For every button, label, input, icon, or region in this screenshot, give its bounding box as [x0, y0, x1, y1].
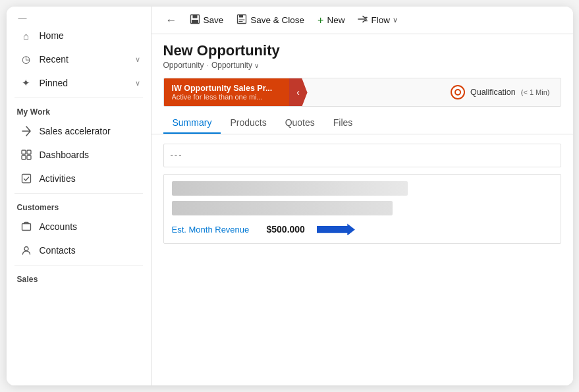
recent-icon: ◷ [20, 53, 33, 66]
dashboards-icon [20, 148, 33, 161]
process-stage-area: Qualification (< 1 Min) [308, 85, 561, 99]
sidebar-divider-2 [14, 193, 143, 194]
save-close-label: Save & Close [250, 15, 304, 25]
sidebar-item-recent[interactable]: ◷ Recent ∨ [9, 48, 148, 70]
tab-products-label: Products [230, 117, 266, 128]
save-icon [190, 14, 200, 26]
sidebar-item-pinned[interactable]: ✦ Pinned ∨ [9, 72, 148, 94]
process-stage-inner [455, 89, 461, 96]
sidebar-item-contacts[interactable]: Contacts [9, 239, 148, 262]
sidebar-label-pinned: Pinned [40, 78, 135, 88]
sidebar-item-accounts[interactable]: Accounts [9, 215, 148, 238]
app-container: — ⌂ Home ◷ Recent ∨ ✦ Pinned ∨ My Work S… [7, 7, 573, 385]
breadcrumb-label-2: Opportunity [211, 61, 252, 70]
sidebar-item-dashboards[interactable]: Dashboards [9, 144, 148, 166]
sidebar: — ⌂ Home ◷ Recent ∨ ✦ Pinned ∨ My Work S… [7, 7, 152, 385]
process-active-sub: Active for less than one mi... [172, 93, 277, 101]
svg-rect-0 [22, 150, 26, 154]
sidebar-label-recent: Recent [40, 54, 135, 65]
revenue-arrow-icon [317, 223, 355, 235]
activities-icon [20, 172, 33, 185]
tab-products[interactable]: Products [221, 112, 275, 134]
back-button[interactable]: ← [161, 11, 182, 30]
new-button[interactable]: + New [312, 11, 350, 30]
tab-quotes-label: Quotes [285, 117, 315, 128]
tabs-bar: Summary Products Quotes Files [152, 112, 573, 134]
svg-rect-5 [22, 224, 30, 231]
sidebar-divider-1 [14, 98, 143, 98]
process-stage-circle [451, 85, 465, 99]
sidebar-item-sales-accelerator[interactable]: Sales accelerator [9, 120, 148, 142]
form-gray-bar-1 [172, 181, 408, 196]
breadcrumb: Opportunity · Opportunity ∨ [163, 61, 561, 70]
flow-label: Flow [371, 15, 390, 25]
process-active-title: IW Opportunity Sales Pr... [172, 84, 277, 93]
pinned-icon: ✦ [20, 76, 33, 90]
svg-rect-11 [239, 15, 243, 18]
sales-accelerator-icon [20, 125, 33, 138]
flow-button[interactable]: Flow ∨ [352, 11, 404, 30]
sidebar-label-sales-accelerator: Sales accelerator [40, 126, 140, 136]
sidebar-label-activities: Activities [40, 173, 140, 184]
new-label: New [327, 15, 345, 25]
breadcrumb-chevron-icon: ∨ [254, 62, 259, 69]
save-button[interactable]: Save [184, 11, 230, 30]
sidebar-label-dashboards: Dashboards [40, 150, 140, 160]
section-label-mywork: My Work [7, 101, 151, 119]
save-label: Save [204, 15, 224, 25]
sidebar-label-home: Home [40, 30, 140, 41]
process-stage-time: (< 1 Min) [521, 88, 550, 96]
sidebar-divider-3 [14, 265, 143, 266]
tab-files[interactable]: Files [324, 112, 362, 134]
page-title: New Opportunity [163, 42, 561, 59]
form-area: --- Est. Month Revenue $500.000 [152, 134, 573, 385]
home-icon: ⌂ [20, 29, 33, 42]
breadcrumb-link-2[interactable]: Opportunity ∨ [211, 61, 259, 70]
sidebar-item-activities[interactable]: Activities [9, 167, 148, 190]
revenue-value: $500.000 [267, 224, 305, 235]
process-active-stage[interactable]: IW Opportunity Sales Pr... Active for le… [164, 78, 289, 106]
revenue-label: Est. Month Revenue [172, 225, 258, 235]
svg-rect-1 [27, 150, 31, 154]
page-header: New Opportunity Opportunity · Opportunit… [152, 34, 573, 74]
form-section-box: Est. Month Revenue $500.000 [163, 174, 561, 244]
tab-summary[interactable]: Summary [163, 112, 221, 134]
form-text-dots: --- [171, 150, 183, 159]
svg-rect-8 [192, 15, 197, 18]
sidebar-top-label: — [18, 13, 27, 23]
form-text-field-dots: --- [163, 144, 561, 167]
flow-icon [358, 14, 368, 26]
process-arrow-button[interactable]: ‹ [289, 78, 308, 107]
tab-quotes[interactable]: Quotes [276, 112, 324, 134]
main-content: ← Save Save & Close + New [152, 7, 573, 385]
new-icon: + [317, 14, 323, 26]
svg-rect-3 [27, 155, 31, 159]
save-close-button[interactable]: Save & Close [231, 11, 310, 30]
breadcrumb-link-1[interactable]: Opportunity [163, 61, 204, 70]
svg-rect-4 [22, 175, 30, 183]
section-label-customers: Customers [7, 196, 151, 215]
contacts-icon [20, 244, 33, 257]
sidebar-label-accounts: Accounts [40, 221, 140, 232]
sidebar-label-contacts: Contacts [40, 245, 140, 256]
svg-point-6 [24, 247, 28, 251]
process-stage-label: Qualification [470, 88, 516, 97]
section-label-sales: Sales [7, 268, 151, 287]
toolbar: ← Save Save & Close + New [152, 7, 573, 34]
form-gray-bar-2 [172, 201, 393, 215]
breadcrumb-label-1: Opportunity [163, 61, 204, 70]
pinned-chevron-icon: ∨ [135, 79, 140, 88]
tab-summary-label: Summary [173, 117, 212, 128]
process-bar: IW Opportunity Sales Pr... Active for le… [163, 78, 561, 107]
recent-chevron-icon: ∨ [135, 55, 140, 64]
breadcrumb-separator: · [207, 61, 209, 70]
tab-files-label: Files [333, 117, 353, 128]
flow-chevron-icon: ∨ [393, 16, 398, 24]
save-close-icon [236, 14, 247, 26]
accounts-icon [20, 220, 33, 233]
sidebar-item-home[interactable]: ⌂ Home [9, 24, 148, 47]
svg-rect-9 [192, 20, 198, 24]
process-arrow-icon: ‹ [296, 87, 300, 98]
svg-rect-2 [22, 155, 26, 159]
form-revenue-row: Est. Month Revenue $500.000 [172, 223, 553, 235]
